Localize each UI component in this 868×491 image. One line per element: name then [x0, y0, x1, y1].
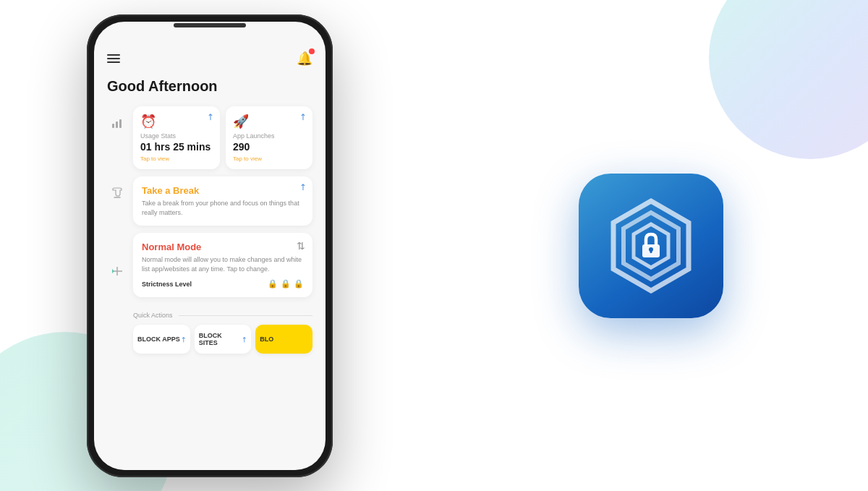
notification-badge [309, 48, 315, 54]
svg-rect-2 [119, 119, 122, 128]
greeting-text: Good Afternoon [107, 78, 312, 95]
launches-icon: 🚀 [233, 114, 305, 129]
launches-label: App Launches [233, 132, 305, 140]
usage-label: Usage Stats [140, 132, 213, 140]
phone-notch [174, 23, 246, 27]
usage-value: 01 hrs 25 mins [140, 141, 213, 153]
block-sites-button[interactable]: BLOCK SITES ↗ [195, 325, 252, 354]
usage-stats-card[interactable]: ↗ ⏰ Usage Stats 01 hrs 25 mins Tap to vi… [133, 106, 220, 169]
break-card[interactable]: ↗ Take a Break Take a break from your ph… [133, 176, 312, 226]
cards-area: ↗ ⏰ Usage Stats 01 hrs 25 mins Tap to vi… [133, 106, 312, 354]
stats-row: ↗ ⏰ Usage Stats 01 hrs 25 mins Tap to vi… [133, 106, 312, 169]
quick-actions-row: BLOCK APPS ↗ BLOCK SITES ↗ BLO [133, 325, 312, 354]
lock-icon-1: 🔒 [268, 279, 278, 289]
menu-button[interactable] [107, 54, 120, 63]
block-sites-label: BLOCK SITES [199, 332, 242, 346]
launches-value: 290 [233, 141, 305, 153]
break-description: Take a break from your phone and focus o… [142, 199, 304, 217]
app-icon [579, 174, 723, 318]
quick-actions-header: Quick Actions [133, 312, 312, 319]
svg-marker-7 [112, 269, 114, 273]
block-apps-label: BLOCK APPS [137, 336, 180, 343]
usage-icon: ⏰ [140, 114, 213, 129]
mode-description: Normal mode will allow you to make chang… [142, 255, 304, 273]
lock-icon-3: 🔒 [294, 279, 304, 289]
app-icon-section [579, 174, 723, 318]
strictness-row: Strictness Level 🔒 🔒 🔒 [142, 279, 304, 289]
mode-toggle-icon[interactable]: ⇅ [297, 240, 305, 252]
mode-card[interactable]: ⇅ Normal Mode Normal mode will allow you… [133, 233, 312, 297]
side-icon-mode [107, 261, 127, 281]
launches-card[interactable]: ↗ 🚀 App Launches 290 Tap to view [226, 106, 312, 169]
phone-frame: 🔔 Good Afternoon [87, 14, 333, 477]
svg-rect-0 [112, 124, 114, 128]
lock-icon-2: 🔒 [281, 279, 291, 289]
break-title: Take a Break [142, 185, 304, 196]
phone-mockup: 🔔 Good Afternoon [87, 14, 347, 484]
side-icons [107, 106, 127, 354]
bg-decoration-top-right [709, 0, 868, 159]
side-icon-stats [107, 114, 127, 134]
hamburger-line-1 [107, 54, 120, 56]
launches-tap: Tap to view [233, 155, 305, 162]
block-third-button[interactable]: BLO [255, 325, 312, 354]
strictness-label: Strictness Level [142, 281, 192, 288]
quick-actions-label: Quick Actions [133, 312, 173, 319]
block-third-label: BLO [260, 336, 273, 343]
quick-actions-section: Quick Actions BLOCK APPS ↗ BLOCK SITES [133, 312, 312, 354]
block-apps-button[interactable]: BLOCK APPS ↗ [133, 325, 190, 354]
mode-title: Normal Mode [142, 242, 304, 252]
phone-screen: 🔔 Good Afternoon [94, 22, 326, 470]
svg-rect-1 [116, 121, 118, 128]
lock-icons: 🔒 🔒 🔒 [268, 279, 304, 289]
app-icon-svg [600, 195, 702, 296]
hamburger-line-3 [107, 61, 120, 63]
svg-rect-13 [650, 249, 652, 253]
notification-button[interactable]: 🔔 [297, 51, 312, 67]
hamburger-line-2 [107, 58, 120, 59]
side-icon-break [107, 183, 127, 203]
usage-tap: Tap to view [140, 155, 213, 162]
screen-header: 🔔 [107, 51, 312, 67]
quick-actions-divider [179, 315, 312, 316]
main-layout: ↗ ⏰ Usage Stats 01 hrs 25 mins Tap to vi… [107, 106, 312, 354]
